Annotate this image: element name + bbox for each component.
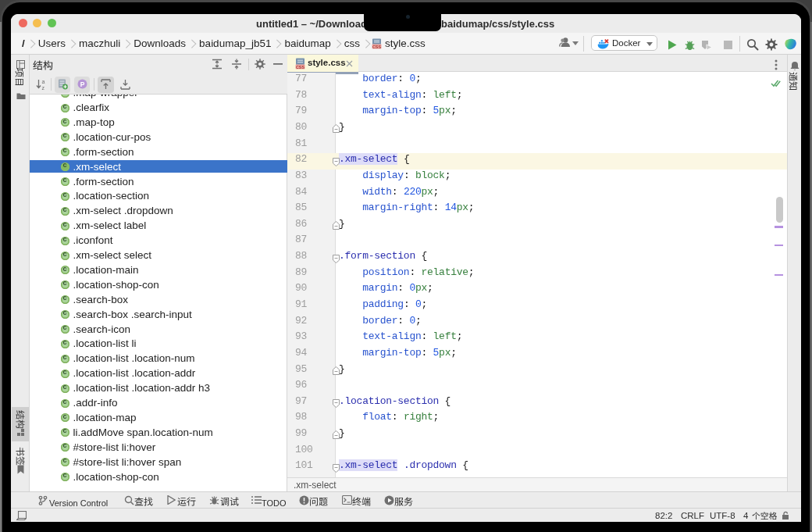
svg-text:a: a [42, 79, 45, 84]
svg-text:z: z [42, 85, 45, 91]
svg-text:CSS: CSS [296, 65, 304, 70]
svg-text:CSS: CSS [372, 44, 381, 48]
svg-text:P: P [80, 80, 85, 88]
